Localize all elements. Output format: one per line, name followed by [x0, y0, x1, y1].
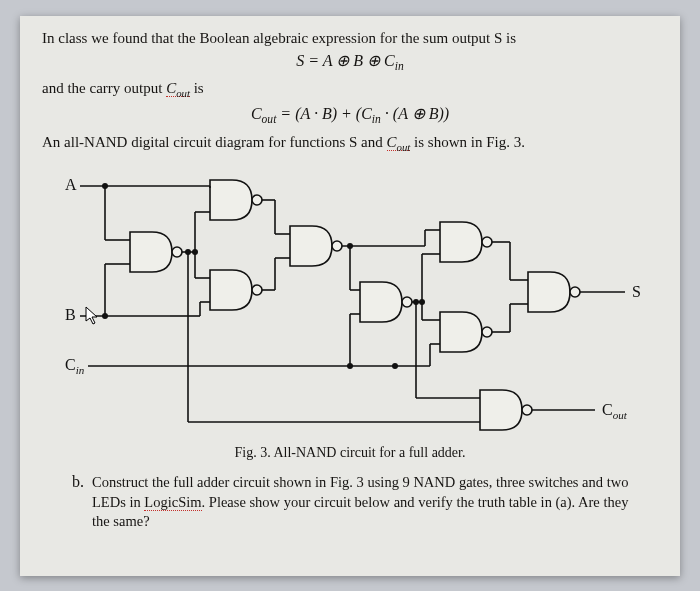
svg-point-55 — [185, 249, 191, 255]
question-label: b. — [72, 473, 84, 532]
label-b: B — [65, 306, 76, 323]
svg-point-46 — [392, 363, 398, 369]
figure-caption: Fig. 3. All-NAND circuit for a full adde… — [42, 444, 658, 463]
svg-point-8 — [102, 313, 108, 319]
label-cout: Cout — [602, 401, 628, 421]
equation-s: S = A ⊕ B ⊕ Cin — [42, 50, 658, 75]
document-page: In class we found that the Boolean algeb… — [20, 16, 680, 576]
svg-point-58 — [413, 299, 419, 305]
circuit-intro-line: An all-NAND digital circuit diagram for … — [42, 132, 658, 155]
svg-point-5 — [102, 183, 108, 189]
svg-point-29 — [347, 243, 353, 249]
question-text: Construct the full adder circuit shown i… — [92, 473, 642, 532]
label-cin: Cin — [65, 356, 85, 376]
nand-circuit-svg: .w { stroke:#111; stroke-width:1.6; fill… — [50, 162, 650, 442]
label-a: A — [65, 176, 77, 193]
circuit-diagram: .w { stroke:#111; stroke-width:1.6; fill… — [42, 162, 658, 442]
question-b: b. Construct the full adder circuit show… — [42, 473, 658, 532]
intro-line: In class we found that the Boolean algeb… — [42, 28, 658, 48]
equation-cout: Cout = (A · B) + (Cin · (A ⊕ B)) — [42, 103, 658, 128]
carry-intro-line: and the carry output Cout is — [42, 78, 658, 101]
label-s: S — [632, 283, 641, 300]
svg-point-32 — [347, 363, 353, 369]
